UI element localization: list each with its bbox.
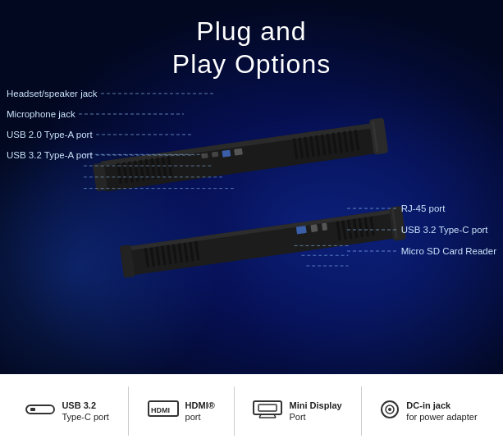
diagram-area: Headset/speaker jack Microphone jack USB… [0,82,503,361]
svg-text:HDMI: HDMI [151,406,170,414]
title-line2: Play Options [0,48,503,80]
label-usb32-type-c: USB 3.2 Type-C port [347,225,496,235]
bottom-item-hdmi: HDMI HDMI® port [148,400,215,423]
svg-rect-74 [254,401,281,414]
title-line1: Plug and [0,15,503,48]
svg-rect-75 [258,405,277,411]
bottom-item-mini-display-port: Mini Display Port [253,400,341,423]
divider-2 [234,386,235,436]
hdmi-bottom-label: HDMI® port [185,400,215,423]
rj45-label-text: RJ-45 port [401,203,446,213]
page-content: Plug and Play Options [0,0,503,448]
svg-rect-44 [310,224,318,232]
usb-type-c-icon [25,402,55,420]
left-labels-group: Headset/speaker jack Microphone jack USB… [7,89,216,160]
bottom-icons-bar: USB 3.2 Type-C port HDMI HDMI® port [0,374,503,448]
label-headset-speaker: Headset/speaker jack [7,89,216,98]
label-usb20-type-a: USB 2.0 Type-A port [7,130,216,139]
mini-display-port-icon [253,400,282,422]
svg-point-81 [388,408,391,411]
dc-in-bottom-label: DC-in jack for power adapter [406,400,477,423]
micro-sd-label-text: Micro SD Card Reader [401,246,496,256]
divider-1 [128,386,129,436]
label-rj45: RJ-45 port [347,203,496,213]
svg-rect-15 [234,149,243,156]
bottom-item-dc-in: DC-in jack for power adapter [380,400,477,423]
usb32-type-a-label-text: USB 3.2 Type-A port [7,150,93,160]
label-microphone-jack: Microphone jack [7,109,216,119]
hdmi-icon: HDMI [148,400,179,423]
right-labels-group: RJ-45 port USB 3.2 Type-C port Micro SD … [347,203,496,256]
microphone-jack-label-text: Microphone jack [7,109,75,119]
svg-rect-71 [30,408,35,411]
usb20-type-a-label-text: USB 2.0 Type-A port [7,130,93,139]
headset-speaker-label-text: Headset/speaker jack [7,89,98,98]
mini-display-port-bottom-label: Mini Display Port [289,400,341,423]
page-title: Plug and Play Options [0,0,503,80]
label-micro-sd: Micro SD Card Reader [347,246,496,256]
dc-in-icon [380,400,400,423]
svg-rect-43 [296,226,307,234]
svg-rect-45 [322,223,327,231]
usb32-type-c-label-text: USB 3.2 Type-C port [401,225,488,235]
label-usb32-type-a: USB 3.2 Type-A port [7,150,216,160]
usb32-type-c-bottom-label: USB 3.2 Type-C port [62,400,108,423]
divider-3 [361,386,362,436]
bottom-item-usb32-type-c: USB 3.2 Type-C port [25,400,108,423]
svg-rect-14 [222,150,231,158]
